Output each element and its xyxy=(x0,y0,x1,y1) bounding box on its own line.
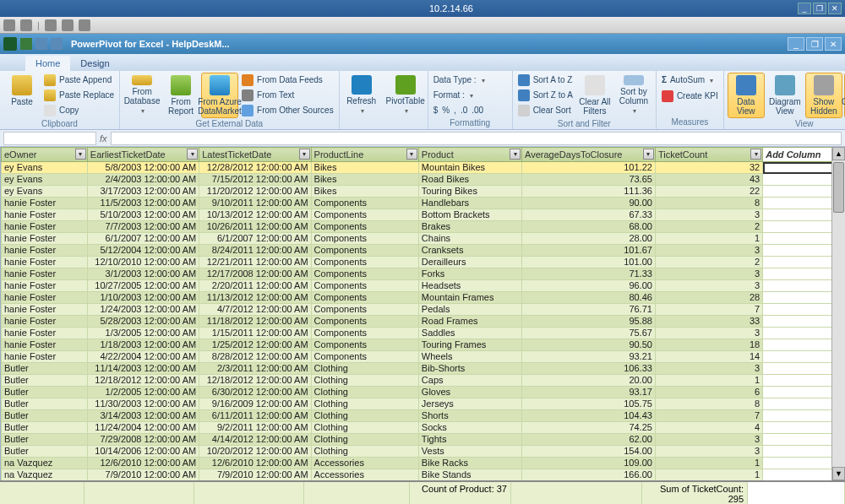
cell[interactable]: Headsets xyxy=(418,280,521,292)
cell[interactable]: 101.22 xyxy=(522,162,656,174)
cell[interactable]: Brakes xyxy=(418,221,521,233)
cell[interactable]: 74.25 xyxy=(522,422,656,434)
cell[interactable]: Pedals xyxy=(418,304,521,316)
cell[interactable]: 3 xyxy=(655,245,762,257)
cell[interactable]: 9/2/2011 12:00:00 AM xyxy=(199,422,311,434)
cell[interactable]: 12/17/2008 12:00:00 AM xyxy=(199,268,311,280)
cell[interactable]: 9/16/2009 12:00:00 AM xyxy=(199,398,311,410)
table-row[interactable]: hanie Foster10/27/2005 12:00:00 AM2/20/2… xyxy=(2,280,845,292)
cell[interactable]: 43 xyxy=(655,174,762,186)
cell[interactable]: Handlebars xyxy=(418,198,521,209)
vm-minimize[interactable]: _ xyxy=(798,3,811,14)
cell[interactable]: Saddles xyxy=(418,328,521,339)
cell[interactable]: Components xyxy=(311,268,418,280)
cell[interactable]: Butler xyxy=(2,434,88,446)
cell[interactable]: Components xyxy=(311,198,418,209)
filter-icon[interactable]: ▾ xyxy=(510,149,521,160)
cell[interactable]: 104.43 xyxy=(522,410,656,422)
cell[interactable]: ey Evans xyxy=(2,186,88,198)
cell[interactable]: 11/24/2004 12:00:00 AM xyxy=(87,422,199,434)
percent-button[interactable]: % xyxy=(440,103,451,117)
cell[interactable]: 5/8/2003 12:00:00 AM xyxy=(87,162,199,174)
paste-append-button[interactable]: Paste Append xyxy=(42,73,116,87)
cell[interactable]: 8/28/2012 12:00:00 AM xyxy=(199,351,311,363)
cell[interactable]: 10/27/2005 12:00:00 AM xyxy=(87,280,199,292)
cell[interactable]: 2/4/2003 12:00:00 AM xyxy=(87,174,199,186)
cell[interactable]: hanie Foster xyxy=(2,328,88,339)
app-maximize[interactable]: ❐ xyxy=(806,37,823,51)
paste-replace-button[interactable]: Paste Replace xyxy=(42,88,116,102)
cell[interactable]: 1 xyxy=(655,469,762,481)
tab-home[interactable]: Home xyxy=(25,56,70,71)
vm-tool-icon[interactable] xyxy=(20,19,32,31)
cell[interactable]: Tights xyxy=(418,434,521,446)
cell[interactable]: 67.33 xyxy=(522,209,656,221)
cell[interactable]: 6/1/2007 12:00:00 AM xyxy=(199,233,311,245)
table-row[interactable]: ey Evans5/8/2003 12:00:00 AM12/28/2012 1… xyxy=(2,162,845,174)
count-product-measure[interactable]: Count of Product: 37 xyxy=(410,482,511,504)
cell[interactable]: 3 xyxy=(655,328,762,339)
vertical-scrollbar[interactable]: ▲ ▼ xyxy=(831,147,845,480)
cell[interactable]: 75.67 xyxy=(522,328,656,339)
pivottable-button[interactable]: PivotTable xyxy=(387,73,424,118)
cell[interactable]: 2/3/2011 12:00:00 AM xyxy=(199,363,311,375)
cell[interactable]: Road Bikes xyxy=(418,174,521,186)
cell[interactable]: 6/1/2007 12:00:00 AM xyxy=(87,233,199,245)
col-latest[interactable]: LatestTicketDate▾ xyxy=(199,148,311,162)
name-box[interactable] xyxy=(3,132,96,145)
cell[interactable]: Components xyxy=(311,209,418,221)
cell[interactable]: 7/7/2003 12:00:00 AM xyxy=(87,221,199,233)
cell[interactable]: 3/17/2003 12:00:00 AM xyxy=(87,186,199,198)
cell[interactable]: 11/13/2012 12:00:00 AM xyxy=(199,292,311,304)
cell[interactable]: hanie Foster xyxy=(2,209,88,221)
cell[interactable]: 3 xyxy=(655,268,762,280)
cell[interactable]: 1 xyxy=(655,375,762,387)
table-row[interactable]: hanie Foster1/3/2005 12:00:00 AM1/15/201… xyxy=(2,328,845,339)
cell[interactable]: Components xyxy=(311,257,418,268)
cell[interactable]: 7/29/2008 12:00:00 AM xyxy=(87,434,199,446)
cell[interactable]: 105.75 xyxy=(522,398,656,410)
table-row[interactable]: ey Evans2/4/2003 12:00:00 AM7/15/2012 12… xyxy=(2,174,845,186)
cell[interactable]: Clothing xyxy=(311,387,418,398)
cell[interactable]: hanie Foster xyxy=(2,351,88,363)
app-close[interactable]: ✕ xyxy=(825,37,842,51)
qat-save-icon[interactable] xyxy=(20,38,32,50)
autosum-button[interactable]: ΣAutoSum xyxy=(660,73,715,87)
cell[interactable]: 4/7/2012 12:00:00 AM xyxy=(199,304,311,316)
cell[interactable]: Components xyxy=(311,328,418,339)
scroll-up-icon[interactable]: ▲ xyxy=(832,147,845,160)
cell[interactable]: ey Evans xyxy=(2,174,88,186)
cell[interactable]: 20.00 xyxy=(522,375,656,387)
cell[interactable]: Clothing xyxy=(311,422,418,434)
paste-button[interactable]: Paste xyxy=(3,73,41,118)
cell[interactable]: 3/14/2003 12:00:00 AM xyxy=(87,410,199,422)
cell[interactable]: 18 xyxy=(655,339,762,351)
cell[interactable]: hanie Foster xyxy=(2,292,88,304)
table-row[interactable]: Butler12/18/2012 12:00:00 AM12/18/2012 1… xyxy=(2,375,845,387)
cell[interactable]: 1/2/2005 12:00:00 AM xyxy=(87,387,199,398)
cell[interactable]: 96.00 xyxy=(522,280,656,292)
cell[interactable]: 33 xyxy=(655,316,762,328)
cell[interactable]: 12/6/2010 12:00:00 AM xyxy=(199,458,311,469)
table-row[interactable]: hanie Foster1/10/2003 12:00:00 AM11/13/2… xyxy=(2,292,845,304)
cell[interactable]: Components xyxy=(311,339,418,351)
cell[interactable]: Components xyxy=(311,292,418,304)
cell[interactable]: Accessories xyxy=(311,469,418,481)
vm-tool-icon[interactable] xyxy=(3,19,15,31)
table-row[interactable]: Butler11/14/2003 12:00:00 AM2/3/2011 12:… xyxy=(2,363,845,375)
currency-button[interactable]: $ xyxy=(432,103,440,117)
cell[interactable]: Clothing xyxy=(311,375,418,387)
vm-tool-icon[interactable] xyxy=(79,19,90,31)
filter-icon[interactable]: ▾ xyxy=(299,149,310,160)
table-row[interactable]: hanie Foster3/1/2003 12:00:00 AM12/17/20… xyxy=(2,268,845,280)
col-owner[interactable]: eOwner▾ xyxy=(2,148,88,162)
filter-icon[interactable]: ▾ xyxy=(750,149,761,160)
cell[interactable]: 5/28/2003 12:00:00 AM xyxy=(87,316,199,328)
cell[interactable]: Clothing xyxy=(311,398,418,410)
table-row[interactable]: hanie Foster1/24/2003 12:00:00 AM4/7/201… xyxy=(2,304,845,316)
cell[interactable]: 4 xyxy=(655,422,762,434)
scroll-down-icon[interactable]: ▼ xyxy=(832,467,845,480)
decrease-decimal-button[interactable]: .00 xyxy=(470,103,485,117)
cell[interactable]: 4/22/2004 12:00:00 AM xyxy=(87,351,199,363)
cell[interactable]: Bikes xyxy=(311,186,418,198)
